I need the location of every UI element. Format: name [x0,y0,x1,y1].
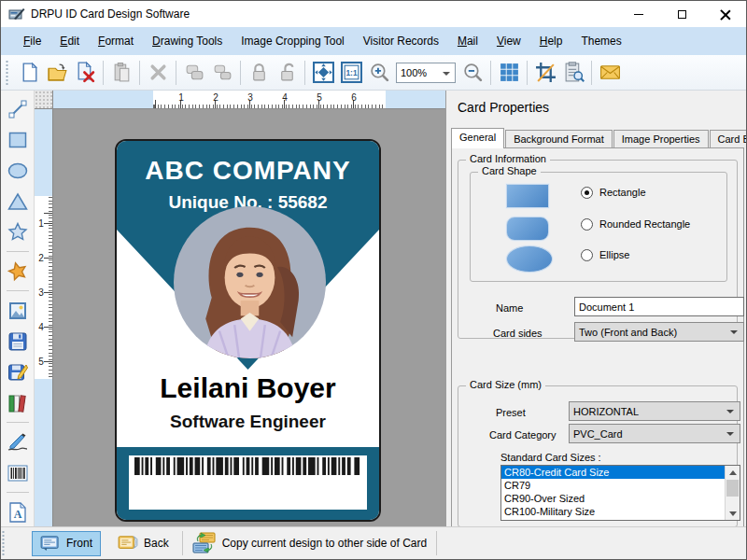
id-card-preview[interactable]: ABC COMPANY Unique No. : 55682 [115,139,381,522]
back-card-icon [118,535,138,552]
close-icon [720,9,730,20]
signature-tool-button[interactable] [5,429,31,455]
front-button-label: Front [66,537,92,550]
triangle-tool-button[interactable] [5,189,31,214]
star-tool-button[interactable] [5,259,31,284]
email-button[interactable] [596,59,624,87]
palette-separator [7,251,29,252]
preset-select[interactable]: HORIZONTAL [569,401,740,421]
card-company-text[interactable]: ABC COMPANY [117,156,379,186]
bottombar-separator [182,531,183,555]
rectangle-tool-button[interactable] [5,127,31,152]
radio-rectangle[interactable] [581,187,593,199]
menu-drawing-tools[interactable]: Drawing Tools [143,30,232,52]
radio-option-rounded-rectangle[interactable]: Rounded Rectangle [581,217,690,231]
library-tool-button[interactable] [5,390,31,415]
zoom-level-combo[interactable]: 100% [396,63,456,83]
star-outline-icon [7,221,29,244]
barcode-tool-button[interactable] [5,460,31,485]
edit-save-tool-button[interactable] [5,359,31,385]
new-document-button[interactable] [15,59,43,87]
card-person-name[interactable]: Leilani Boyer [117,372,379,404]
minimize-button[interactable] [617,1,660,27]
list-item-cr100-military-size[interactable]: CR100-Military Size [501,505,740,518]
radio-ellipse[interactable] [581,249,593,261]
rectangle-shape-swatch[interactable] [506,184,549,208]
title-bar: DRPU ID Card Design Software [1,1,746,27]
list-item-cr80-credit-card-size[interactable]: CR80-Credit Card Size [501,466,740,479]
list-item-cr90-over-sized[interactable]: CR90-Over Sized [501,492,740,505]
close-button[interactable] [703,1,746,27]
save-tool-button[interactable] [5,329,31,354]
fit-to-window-button[interactable] [309,59,337,87]
maximize-icon [678,10,686,19]
copy-design-label: Copy current design to other side of Car… [222,537,427,550]
vruler-number-1: 1 [35,218,47,229]
paste-button[interactable] [107,59,135,87]
toolbar-separator [176,61,176,85]
text-document-tool-button[interactable]: A [5,499,31,525]
menu-themes[interactable]: Themes [571,30,630,52]
menu-help[interactable]: Help [530,30,572,52]
design-workspace: 123456 12345 ABC COMPANY Unique No. : 55… [35,91,445,526]
library-icon [7,392,29,414]
grid-button[interactable] [495,59,523,87]
copy-button[interactable] [180,59,208,87]
zoom-in-button[interactable] [365,59,393,87]
line-tool-button[interactable] [5,96,31,121]
listbox-scrollbar[interactable] [725,466,740,520]
bottombar-grip[interactable] [1,531,6,555]
open-folder-button[interactable] [43,59,71,87]
palette-separator [7,422,29,423]
barcode-box[interactable] [129,455,367,510]
radio-option-rectangle[interactable]: Rectangle [581,185,646,200]
tab-card-border[interactable]: Card Border [710,130,747,148]
card-person-title[interactable]: Software Engineer [117,412,379,432]
scroll-down-button[interactable] [726,507,740,520]
menu-format[interactable]: Format [89,30,143,52]
lock-button[interactable] [245,59,273,87]
delete-button[interactable] [144,59,172,87]
card-category-select[interactable]: PVC_Card [569,424,740,443]
standard-card-sizes-listbox[interactable]: CR80-Credit Card SizeCR79CR90-Over Sized… [500,465,740,521]
crop-button[interactable] [531,59,559,87]
unlock-button[interactable] [273,59,301,87]
tab-general[interactable]: General [451,128,504,148]
toolbar-grip[interactable] [5,61,9,85]
radio-rounded-rectangle[interactable] [581,218,593,231]
list-item-cr79[interactable]: CR79 [501,479,740,492]
radio-option-ellipse[interactable]: Ellipse [581,247,629,262]
delete-document-button[interactable] [71,59,99,87]
minimize-icon [634,14,643,15]
visitor-record-search-button[interactable] [559,59,587,87]
card-photo[interactable] [174,206,326,358]
visitor-record-search-icon [563,62,585,83]
card-sides-select[interactable]: Two (Front and Back) [574,322,744,342]
image-tool-button[interactable] [5,298,31,323]
delete-icon [148,62,169,83]
tab-background-format[interactable]: Background Format [505,130,613,148]
menu-image-cropping-tool[interactable]: Image Cropping Tool [232,30,354,52]
ellipse-shape-swatch[interactable] [506,245,553,273]
scrollbar-thumb[interactable] [726,480,739,497]
menu-view[interactable]: View [487,30,530,52]
actual-size-button[interactable]: 1:1 [337,59,365,87]
front-side-button[interactable]: Front [32,531,101,556]
zoom-out-button[interactable] [458,59,486,87]
design-canvas[interactable]: ABC COMPANY Unique No. : 55682 [53,109,445,526]
document-name-input[interactable] [574,297,744,316]
star-outline-tool-button[interactable] [5,219,31,245]
rounded-rectangle-shape-swatch[interactable] [506,217,549,241]
tab-image-properties[interactable]: Image Properties [613,130,709,148]
menu-visitor-records[interactable]: Visitor Records [354,30,448,52]
copy-icon [184,62,205,83]
duplicate-button[interactable] [208,59,236,87]
maximize-button[interactable] [660,1,703,27]
menu-edit[interactable]: Edit [50,30,89,52]
copy-design-button[interactable]: Copy current design to other side of Car… [189,532,430,554]
ellipse-tool-button[interactable] [5,158,31,183]
menu-file[interactable]: File [14,30,50,52]
back-side-button[interactable]: Back [110,531,176,556]
scroll-up-button[interactable] [726,466,740,479]
menu-mail[interactable]: Mail [448,30,487,52]
